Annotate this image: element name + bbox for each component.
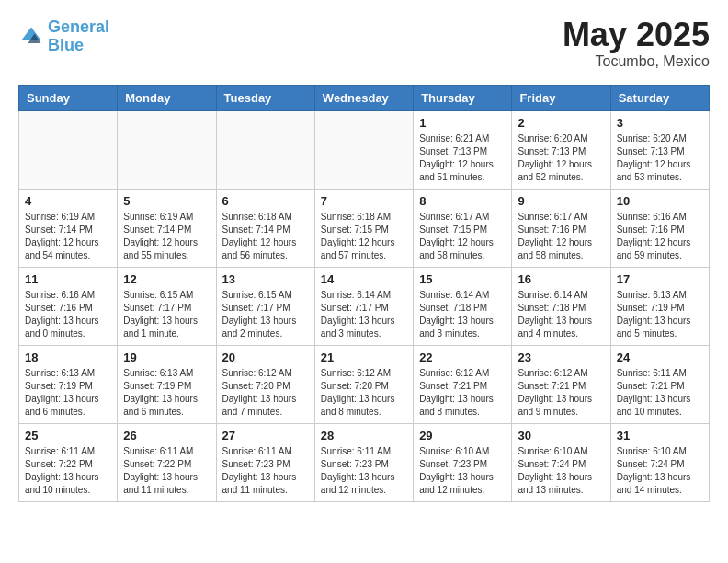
- calendar-cell: 19Sunrise: 6:13 AMSunset: 7:19 PMDayligh…: [118, 346, 216, 424]
- day-number: 18: [25, 350, 111, 364]
- weekday-header-tuesday: Tuesday: [216, 86, 314, 111]
- calendar-cell: 1Sunrise: 6:21 AMSunset: 7:13 PMDaylight…: [414, 111, 512, 190]
- day-number: 6: [222, 194, 309, 208]
- day-info: Sunset: 7:22 PM: [25, 458, 111, 471]
- day-info: Sunrise: 6:10 AM: [419, 445, 506, 458]
- day-number: 4: [25, 194, 111, 208]
- day-info: Sunrise: 6:10 AM: [518, 445, 604, 458]
- day-number: 11: [25, 272, 111, 286]
- day-info: and 6 minutes.: [123, 406, 210, 419]
- day-info: Daylight: 13 hours: [617, 471, 703, 484]
- day-info: Daylight: 13 hours: [222, 393, 309, 406]
- logo-text: General Blue: [48, 18, 109, 55]
- day-info: Sunset: 7:20 PM: [321, 380, 407, 393]
- day-info: and 53 minutes.: [617, 171, 703, 184]
- day-info: and 6 minutes.: [25, 406, 111, 419]
- weekday-header-sunday: Sunday: [19, 86, 118, 111]
- day-number: 26: [123, 429, 210, 442]
- week-row-1: 1Sunrise: 6:21 AMSunset: 7:13 PMDaylight…: [19, 111, 710, 190]
- day-number: 1: [419, 116, 506, 130]
- svg-marker-0: [22, 27, 41, 40]
- calendar-cell: 29Sunrise: 6:10 AMSunset: 7:23 PMDayligh…: [414, 424, 512, 502]
- calendar-cell: [19, 111, 118, 190]
- day-info: Sunset: 7:18 PM: [419, 302, 506, 315]
- day-number: 5: [123, 194, 210, 208]
- day-info: Daylight: 12 hours: [419, 236, 506, 249]
- day-number: 29: [419, 429, 506, 442]
- day-info: and 2 minutes.: [222, 327, 309, 340]
- day-number: 22: [419, 350, 506, 364]
- day-info: Sunrise: 6:12 AM: [419, 367, 506, 380]
- day-info: and 11 minutes.: [123, 484, 210, 497]
- day-info: Sunrise: 6:11 AM: [321, 445, 407, 458]
- day-info: Daylight: 12 hours: [617, 158, 703, 171]
- day-info: Sunrise: 6:13 AM: [25, 367, 111, 380]
- day-info: and 8 minutes.: [321, 406, 407, 419]
- day-number: 2: [518, 116, 604, 130]
- calendar-cell: 8Sunrise: 6:17 AMSunset: 7:15 PMDaylight…: [414, 190, 512, 268]
- day-info: Daylight: 12 hours: [419, 158, 506, 171]
- day-info: Sunset: 7:18 PM: [518, 302, 604, 315]
- day-info: Daylight: 12 hours: [617, 236, 703, 249]
- day-info: Sunset: 7:23 PM: [222, 458, 309, 471]
- day-info: and 3 minutes.: [321, 327, 407, 340]
- day-info: Sunrise: 6:17 AM: [419, 211, 506, 224]
- day-info: Sunset: 7:14 PM: [222, 224, 309, 236]
- day-info: Sunset: 7:21 PM: [518, 380, 604, 393]
- day-number: 15: [419, 272, 506, 286]
- logo-icon: [18, 24, 44, 50]
- day-info: Sunset: 7:17 PM: [321, 302, 407, 315]
- calendar-cell: 10Sunrise: 6:16 AMSunset: 7:16 PMDayligh…: [610, 190, 709, 268]
- day-info: Sunset: 7:16 PM: [518, 224, 604, 236]
- day-number: 24: [617, 350, 703, 364]
- weekday-header-wednesday: Wednesday: [314, 86, 413, 111]
- day-info: Sunrise: 6:17 AM: [518, 211, 604, 224]
- calendar-cell: 2Sunrise: 6:20 AMSunset: 7:13 PMDaylight…: [512, 111, 610, 190]
- calendar-cell: [118, 111, 216, 190]
- day-info: Sunset: 7:17 PM: [222, 302, 309, 315]
- day-info: Sunrise: 6:21 AM: [419, 132, 506, 145]
- month-title: May 2025: [563, 18, 710, 52]
- day-info: Daylight: 13 hours: [518, 315, 604, 327]
- day-info: Sunrise: 6:18 AM: [321, 211, 407, 224]
- day-info: Sunset: 7:19 PM: [617, 302, 703, 315]
- day-info: and 58 minutes.: [419, 249, 506, 262]
- day-info: Sunrise: 6:10 AM: [617, 445, 703, 458]
- day-number: 8: [419, 194, 506, 208]
- day-info: Sunrise: 6:20 AM: [518, 132, 604, 145]
- day-info: Sunrise: 6:12 AM: [222, 367, 309, 380]
- day-info: Sunrise: 6:16 AM: [25, 289, 111, 302]
- day-info: and 10 minutes.: [25, 484, 111, 497]
- day-number: 9: [518, 194, 604, 208]
- day-info: Sunrise: 6:14 AM: [518, 289, 604, 302]
- day-info: and 11 minutes.: [222, 484, 309, 497]
- day-info: Sunset: 7:24 PM: [617, 458, 703, 471]
- day-info: Sunset: 7:13 PM: [518, 145, 604, 158]
- day-number: 10: [617, 194, 703, 208]
- calendar-cell: 21Sunrise: 6:12 AMSunset: 7:20 PMDayligh…: [314, 346, 413, 424]
- calendar-cell: 18Sunrise: 6:13 AMSunset: 7:19 PMDayligh…: [19, 346, 118, 424]
- day-info: Daylight: 13 hours: [617, 315, 703, 327]
- day-info: and 59 minutes.: [617, 249, 703, 262]
- day-number: 30: [518, 429, 604, 442]
- calendar-cell: 26Sunrise: 6:11 AMSunset: 7:22 PMDayligh…: [118, 424, 216, 502]
- weekday-header-friday: Friday: [512, 86, 610, 111]
- location: Tocumbo, Mexico: [563, 53, 710, 70]
- day-info: Sunset: 7:23 PM: [419, 458, 506, 471]
- day-info: Daylight: 13 hours: [25, 315, 111, 327]
- title-block: May 2025 Tocumbo, Mexico: [563, 18, 710, 70]
- day-info: Sunset: 7:15 PM: [321, 224, 407, 236]
- day-info: and 57 minutes.: [321, 249, 407, 262]
- weekday-header-thursday: Thursday: [414, 86, 512, 111]
- calendar-cell: 31Sunrise: 6:10 AMSunset: 7:24 PMDayligh…: [610, 424, 709, 502]
- week-row-3: 11Sunrise: 6:16 AMSunset: 7:16 PMDayligh…: [19, 268, 710, 346]
- day-info: Daylight: 13 hours: [419, 471, 506, 484]
- day-number: 3: [617, 116, 703, 130]
- day-number: 31: [617, 429, 703, 442]
- day-info: and 52 minutes.: [518, 171, 604, 184]
- day-info: Sunrise: 6:15 AM: [222, 289, 309, 302]
- day-info: Sunrise: 6:13 AM: [123, 367, 210, 380]
- calendar-cell: [314, 111, 413, 190]
- day-info: and 54 minutes.: [25, 249, 111, 262]
- day-info: and 12 minutes.: [321, 484, 407, 497]
